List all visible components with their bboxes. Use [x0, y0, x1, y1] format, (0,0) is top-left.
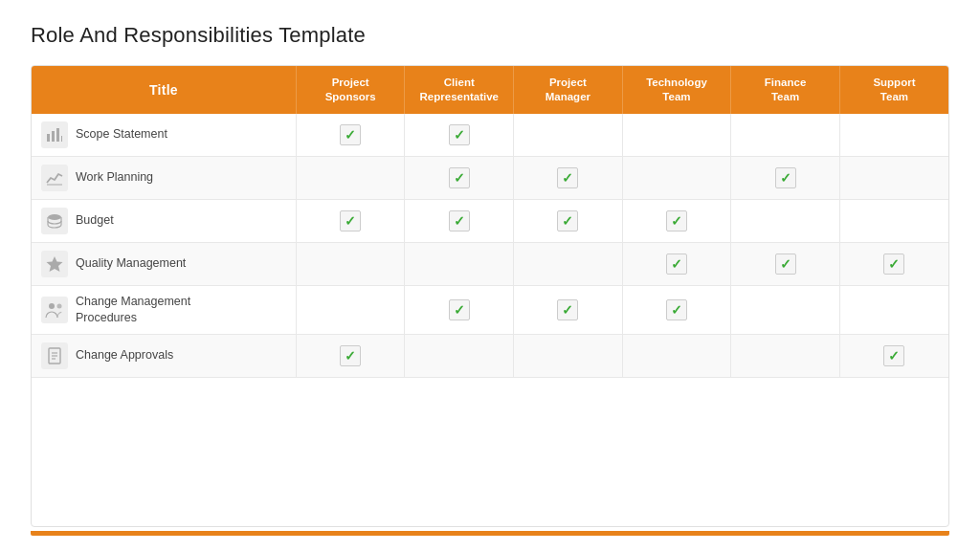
- svg-rect-3: [61, 136, 62, 142]
- cell-change-approvals-col2: [514, 334, 623, 377]
- cell-budget-col5: [839, 199, 948, 242]
- cell-change-approvals-col5: ✓: [839, 334, 948, 377]
- row-label-change-approvals: Change Approvals: [32, 334, 296, 377]
- cell-work-planning-col4: ✓: [731, 156, 840, 199]
- cell-budget-col3: ✓: [622, 199, 731, 242]
- cell-change-approvals-col1: [405, 334, 514, 377]
- cell-quality-management-col1: [405, 242, 514, 285]
- row-text-work-planning: Work Planning: [76, 169, 153, 186]
- cell-budget-col2: ✓: [514, 199, 623, 242]
- cell-scope-statement-col3: [622, 114, 731, 157]
- check-mark: ✓: [666, 253, 687, 275]
- cell-work-planning-col3: [622, 156, 731, 199]
- table-row: Budget✓✓✓✓: [32, 199, 948, 242]
- cell-scope-statement-col1: ✓: [405, 114, 514, 157]
- svg-marker-6: [47, 256, 63, 272]
- star-icon: [41, 251, 68, 277]
- coins-icon: [41, 208, 68, 234]
- people-icon: [41, 297, 68, 323]
- line-chart-icon: [41, 165, 68, 191]
- check-mark: ✓: [883, 253, 904, 275]
- cell-change-approvals-col3: [622, 334, 731, 377]
- cell-scope-statement-col5: [839, 114, 948, 157]
- check-mark: ✓: [449, 210, 470, 231]
- cell-scope-statement-col0: ✓: [296, 114, 405, 157]
- header-project-manager: ProjectManager: [514, 66, 623, 114]
- accent-bottom-bar: [31, 531, 949, 536]
- cell-quality-management-col2: [514, 242, 623, 285]
- row-label-change-management: Change ManagementProcedures: [32, 285, 296, 334]
- svg-point-8: [57, 303, 62, 308]
- bar-chart-icon: [41, 121, 68, 148]
- header-tech-team: TechnologyTeam: [622, 66, 731, 114]
- check-mark: ✓: [340, 210, 361, 231]
- header-title: Title: [32, 66, 296, 114]
- check-mark: ✓: [883, 345, 904, 366]
- table-row: Work Planning✓✓✓: [32, 156, 948, 199]
- cell-quality-management-col4: ✓: [731, 242, 840, 285]
- cell-budget-col1: ✓: [405, 199, 514, 242]
- cell-work-planning-col1: ✓: [405, 156, 514, 199]
- cell-change-approvals-col4: [731, 334, 840, 377]
- document-icon: [41, 342, 68, 369]
- table-row: Change Approvals✓✓: [32, 334, 948, 377]
- check-mark: ✓: [557, 167, 578, 188]
- table-row: Change ManagementProcedures✓✓✓: [32, 285, 948, 334]
- check-mark: ✓: [449, 299, 470, 320]
- check-mark: ✓: [666, 210, 687, 231]
- cell-change-approvals-col0: ✓: [296, 334, 405, 377]
- row-text-change-management: Change ManagementProcedures: [76, 294, 190, 326]
- header-finance-team: FinanceTeam: [731, 66, 840, 114]
- cell-change-management-col2: ✓: [514, 285, 623, 334]
- svg-rect-1: [52, 131, 55, 142]
- svg-point-5: [48, 214, 61, 220]
- row-text-budget: Budget: [76, 212, 114, 229]
- svg-rect-0: [47, 134, 50, 142]
- header-support-team: SupportTeam: [839, 66, 948, 114]
- cell-quality-management-col5: ✓: [839, 242, 948, 285]
- cell-scope-statement-col2: [514, 114, 623, 157]
- table-body: Scope Statement✓✓ Work Planning✓✓✓ Budge…: [32, 114, 948, 377]
- cell-scope-statement-col4: [731, 114, 840, 157]
- svg-rect-2: [56, 128, 59, 142]
- cell-budget-col0: ✓: [296, 199, 405, 242]
- cell-change-management-col1: ✓: [405, 285, 514, 334]
- check-mark: ✓: [449, 124, 470, 145]
- check-mark: ✓: [449, 167, 470, 188]
- check-mark: ✓: [557, 210, 578, 231]
- check-mark: ✓: [666, 299, 687, 320]
- check-mark: ✓: [557, 299, 578, 320]
- check-mark: ✓: [775, 253, 796, 275]
- header-project-sponsors: ProjectSponsors: [296, 66, 405, 114]
- row-label-quality-management: Quality Management: [32, 242, 296, 285]
- table-row: Quality Management✓✓✓: [32, 242, 948, 285]
- cell-change-management-col3: ✓: [622, 285, 731, 334]
- cell-quality-management-col3: ✓: [622, 242, 731, 285]
- cell-budget-col4: [731, 199, 840, 242]
- check-mark: ✓: [340, 345, 361, 366]
- cell-work-planning-col5: [839, 156, 948, 199]
- cell-change-management-col0: [296, 285, 405, 334]
- row-text-scope-statement: Scope Statement: [76, 126, 167, 143]
- check-mark: ✓: [775, 167, 796, 188]
- row-text-change-approvals: Change Approvals: [76, 347, 173, 364]
- page-title: Role And Responsibilities Template: [31, 23, 949, 48]
- cell-change-management-col4: [731, 285, 840, 334]
- cell-work-planning-col0: [296, 156, 405, 199]
- header-client-rep: ClientRepresentative: [405, 66, 514, 114]
- row-label-work-planning: Work Planning: [32, 156, 296, 199]
- row-text-quality-management: Quality Management: [76, 255, 186, 272]
- cell-change-management-col5: [839, 285, 948, 334]
- table-row: Scope Statement✓✓: [32, 114, 948, 157]
- row-label-budget: Budget: [32, 199, 296, 242]
- check-mark: ✓: [340, 124, 361, 145]
- table-header: Title ProjectSponsors ClientRepresentati…: [32, 66, 948, 114]
- row-label-scope-statement: Scope Statement: [32, 114, 296, 157]
- svg-point-7: [49, 303, 55, 309]
- cell-work-planning-col2: ✓: [514, 156, 623, 199]
- responsibilities-table: Title ProjectSponsors ClientRepresentati…: [31, 65, 949, 527]
- cell-quality-management-col0: [296, 242, 405, 285]
